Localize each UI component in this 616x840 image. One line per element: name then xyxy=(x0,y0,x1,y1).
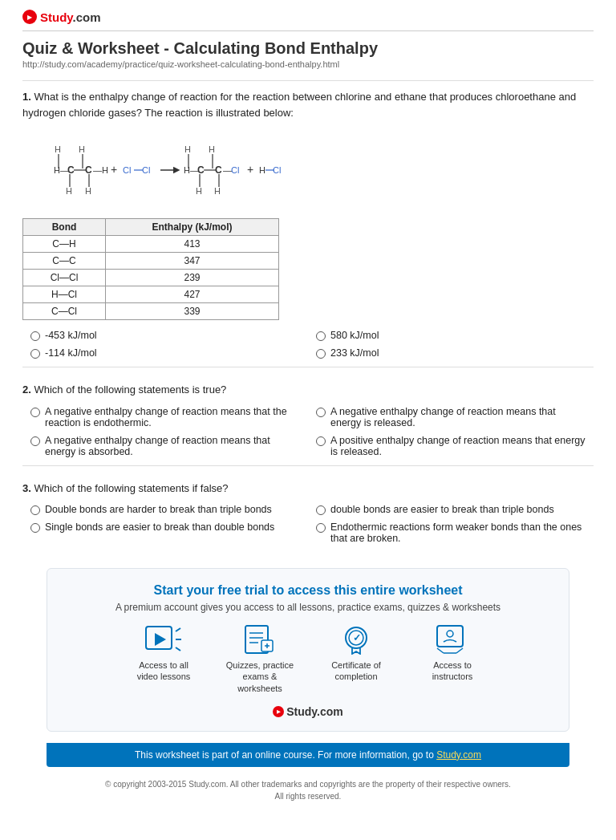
bond-enthalpy-table: Bond Enthalpy (kJ/mol) C—H 413 C—C 347 C… xyxy=(22,218,279,320)
table-row: Cl—Cl 239 xyxy=(23,270,279,286)
svg-text:H: H xyxy=(55,144,61,154)
radio-icon[interactable] xyxy=(30,505,40,515)
q3-option-a[interactable]: Double bonds are harder to break than tr… xyxy=(30,504,300,515)
radio-icon[interactable] xyxy=(316,505,326,515)
svg-text:H: H xyxy=(196,186,202,196)
q3-option-b[interactable]: double bonds are easier to break than tr… xyxy=(316,504,586,515)
radio-icon[interactable] xyxy=(30,436,40,446)
svg-text:H: H xyxy=(184,144,191,154)
svg-text:C: C xyxy=(85,164,92,176)
cta-icon-certificate-label: Certificate of completion xyxy=(320,659,392,683)
question-1-block: 1. What is the enthalpy change of reacti… xyxy=(22,89,594,367)
cta-icon-quiz-label: Quizzes, practiceexams & worksheets xyxy=(224,659,296,694)
cta-icon-quiz: Quizzes, practiceexams & worksheets xyxy=(224,624,296,694)
svg-text:Cl: Cl xyxy=(231,165,239,175)
cta-box: Start your free trial to access this ent… xyxy=(47,568,569,732)
page-title: Quiz & Worksheet - Calculating Bond Enth… xyxy=(22,39,594,58)
svg-text:C: C xyxy=(197,164,205,176)
svg-line-53 xyxy=(456,648,463,653)
footer: © copyright 2003-2015 Study.com. All oth… xyxy=(22,778,594,802)
svg-text:Cl: Cl xyxy=(123,165,131,175)
radio-icon[interactable] xyxy=(316,349,326,359)
cta-icon-video-label: Access to allvideo lessons xyxy=(137,659,191,683)
question-2-text: 2. Which of the following statements is … xyxy=(22,382,594,398)
table-row: C—H 413 xyxy=(23,236,279,253)
question-3-block: 3. Which of the following statements if … xyxy=(22,481,594,553)
cta-subtitle: A premium account gives you access to al… xyxy=(63,602,553,613)
logo-text: Study.com xyxy=(40,10,101,24)
svg-text:H: H xyxy=(209,144,215,154)
svg-text:C: C xyxy=(67,164,75,176)
q3-option-d[interactable]: Endothermic reactions form weaker bonds … xyxy=(316,521,586,544)
q3-option-c[interactable]: Single bonds are easier to break than do… xyxy=(30,521,300,544)
svg-text:H: H xyxy=(214,186,221,196)
chemical-diagram: H H H— C C —H H H + Cl Cl xyxy=(30,128,594,209)
top-divider xyxy=(22,80,594,81)
svg-text:+: + xyxy=(247,163,253,176)
svg-text:H: H xyxy=(79,144,85,154)
cta-logo-dot xyxy=(273,706,284,717)
cta-icon-video: Access to allvideo lessons xyxy=(128,624,200,694)
bond-col-header: Bond xyxy=(23,219,106,236)
cta-study-logo: Study.com xyxy=(273,705,343,718)
svg-rect-51 xyxy=(437,626,463,647)
q1-option-a[interactable]: -453 kJ/mol xyxy=(30,330,300,341)
svg-line-39 xyxy=(176,647,180,651)
radio-icon[interactable] xyxy=(316,436,326,446)
svg-text:H: H xyxy=(85,186,91,196)
q2-option-c[interactable]: A negative enthalpy change of reaction m… xyxy=(30,435,300,457)
radio-icon[interactable] xyxy=(30,408,40,417)
svg-text:Cl: Cl xyxy=(273,165,281,175)
cta-logo-row: Study.com xyxy=(63,705,553,718)
q2-option-d[interactable]: A positive enthalpy change of reaction m… xyxy=(316,435,586,457)
cta-title: Start your free trial to access this ent… xyxy=(63,583,553,598)
svg-text:C: C xyxy=(215,164,222,176)
q2-options: A negative enthalpy change of reaction m… xyxy=(22,406,594,457)
cta-icon-certificate: ✓ Certificate of completion xyxy=(320,624,392,694)
page-url: http://study.com/academy/practice/quiz-w… xyxy=(22,59,594,69)
study-link[interactable]: Study.com xyxy=(436,749,481,761)
q2-option-b[interactable]: A negative enthalpy change of reaction m… xyxy=(316,406,586,428)
radio-icon[interactable] xyxy=(30,349,40,359)
question-1-text: 1. What is the enthalpy change of reacti… xyxy=(22,89,594,120)
radio-icon[interactable] xyxy=(30,331,40,341)
svg-text:—H: —H xyxy=(93,165,108,175)
radio-icon[interactable] xyxy=(316,331,326,341)
svg-text:+: + xyxy=(111,163,117,176)
radio-icon[interactable] xyxy=(30,523,40,533)
logo-bar: Study.com xyxy=(22,10,594,31)
cta-icons-row: Access to allvideo lessons Quizzes, prac xyxy=(63,624,553,694)
enthalpy-col-header: Enthalpy (kJ/mol) xyxy=(106,219,279,236)
svg-text:H: H xyxy=(66,186,72,196)
question-2-block: 2. Which of the following statements is … xyxy=(22,382,594,466)
cta-icon-instructors-label: Access toinstructors xyxy=(432,659,473,683)
svg-line-52 xyxy=(437,648,444,653)
svg-text:Cl: Cl xyxy=(142,165,150,175)
table-row: H—Cl 427 xyxy=(23,286,279,303)
radio-icon[interactable] xyxy=(316,523,326,533)
q1-option-b[interactable]: 580 kJ/mol xyxy=(316,330,586,341)
q1-option-d[interactable]: 233 kJ/mol xyxy=(316,347,586,359)
radio-icon[interactable] xyxy=(316,408,326,417)
blue-banner: This worksheet is part of an online cour… xyxy=(47,743,569,767)
q1-option-c[interactable]: -114 kJ/mol xyxy=(30,347,300,359)
question-3-text: 3. Which of the following statements if … xyxy=(22,481,594,497)
svg-text:H: H xyxy=(259,165,265,175)
logo-icon xyxy=(22,10,37,24)
svg-line-38 xyxy=(176,628,180,631)
q3-options: Double bonds are harder to break than tr… xyxy=(22,504,594,544)
svg-point-55 xyxy=(447,631,453,637)
svg-text:✓: ✓ xyxy=(353,632,361,643)
svg-marker-37 xyxy=(155,633,166,646)
q1-options: -453 kJ/mol 580 kJ/mol -114 kJ/mol 233 k… xyxy=(22,330,594,359)
table-row: C—C 347 xyxy=(23,253,279,270)
table-row: C—Cl 339 xyxy=(23,303,279,320)
q2-option-a[interactable]: A negative enthalpy change of reaction m… xyxy=(30,406,300,428)
cta-icon-instructors: Access toinstructors xyxy=(416,624,488,694)
